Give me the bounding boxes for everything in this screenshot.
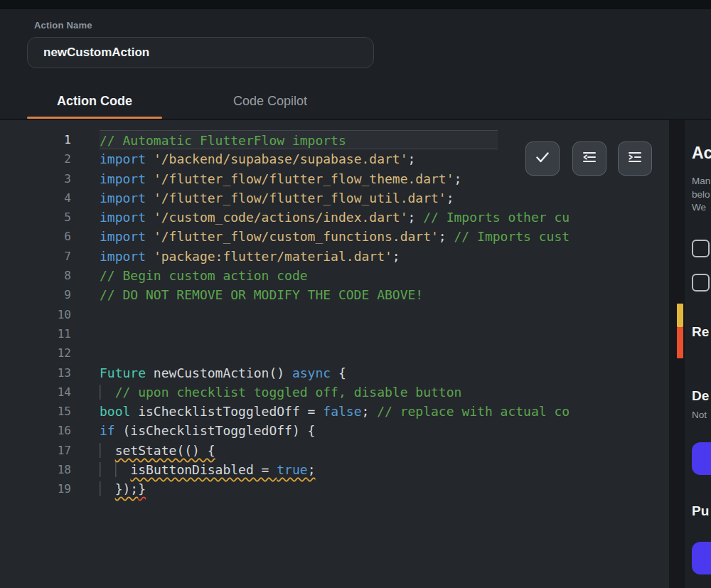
code-line-10[interactable]: 10 xyxy=(0,305,669,324)
section-heading-return-value: Re xyxy=(692,324,711,340)
code-token xyxy=(146,191,154,205)
panel-checkbox-1[interactable] xyxy=(692,240,710,257)
code-area: 1// Automatic FlutterFlow imports2import… xyxy=(0,130,669,499)
code-token: { xyxy=(331,365,346,380)
code-line-text: import '/flutter_flow/flutter_flow_util.… xyxy=(100,188,454,208)
code-token: '/flutter_flow/flutter_flow_util.dart' xyxy=(154,191,447,205)
code-line-1[interactable]: 1// Automatic FlutterFlow imports xyxy=(0,130,669,149)
code-line-text: // Begin custom action code xyxy=(100,266,308,285)
line-number: 7 xyxy=(0,247,71,266)
action-name-value: newCustomAction xyxy=(43,46,149,60)
code-line-text: import 'package:flutter/material.dart'; xyxy=(100,247,400,266)
publish-button[interactable] xyxy=(692,542,711,574)
code-token: ; xyxy=(454,171,462,186)
code-line-3[interactable]: 3import '/flutter_flow/flutter_flow_them… xyxy=(0,169,669,188)
code-line-text: import '/flutter_flow/custom_functions.d… xyxy=(100,227,570,246)
code-token xyxy=(123,462,131,477)
code-token: import xyxy=(100,210,146,225)
code-token: ; xyxy=(439,229,454,244)
code-token: ; xyxy=(408,210,424,225)
format-left-icon xyxy=(581,149,598,169)
line-number: 3 xyxy=(0,169,71,188)
line-number: 8 xyxy=(0,266,71,285)
code-line-5[interactable]: 5import '/custom_code/actions/index.dart… xyxy=(0,208,669,227)
code-token: bool xyxy=(100,404,130,419)
code-line-text: if (isChecklistToggledOff) { xyxy=(100,421,315,440)
panel-checkbox-2[interactable] xyxy=(692,274,710,292)
add-argument-button[interactable] xyxy=(692,442,711,475)
code-line-2[interactable]: 2import '/backend/supabase/supabase.dart… xyxy=(0,149,669,169)
indent-guide xyxy=(100,443,107,458)
code-line-4[interactable]: 4import '/flutter_flow/flutter_flow_util… xyxy=(0,188,669,208)
code-line-text: });} xyxy=(100,479,146,498)
validate-code-button[interactable] xyxy=(525,141,560,176)
code-token xyxy=(107,462,115,477)
code-token: async xyxy=(292,365,331,380)
action-name-input[interactable]: newCustomAction xyxy=(27,37,374,68)
indent-guide xyxy=(100,385,107,400)
code-line-text: import '/custom_code/actions/index.dart'… xyxy=(100,208,570,227)
code-token: newCustomAction() xyxy=(146,365,292,380)
window-top-strip xyxy=(0,0,711,9)
line-number: 4 xyxy=(0,188,71,208)
tab-code-copilot[interactable]: Code Copilot xyxy=(203,84,338,118)
tab-action-code[interactable]: Action Code xyxy=(27,84,162,118)
code-line-text: setState(() { xyxy=(100,441,215,460)
define-arguments-note: Not xyxy=(692,410,711,420)
right-panel: Ac Man belo We Re De Not Pu xyxy=(685,120,711,588)
code-token: } xyxy=(138,481,146,496)
panel-description-line: belo xyxy=(692,188,711,202)
code-line-17[interactable]: 17 setState(() { xyxy=(0,441,669,460)
code-line-11[interactable]: 11 xyxy=(0,324,669,343)
code-token xyxy=(146,249,154,264)
code-token: // replace with actual co xyxy=(377,404,570,419)
code-line-text: // upon checklist toggled off, disable b… xyxy=(100,383,461,402)
line-number: 5 xyxy=(0,208,71,227)
code-editor[interactable]: 1// Automatic FlutterFlow imports2import… xyxy=(0,120,669,588)
indent-guide xyxy=(100,462,107,477)
code-token: // Begin custom action code xyxy=(100,268,308,283)
code-line-9[interactable]: 9// DO NOT REMOVE OR MODIFY THE CODE ABO… xyxy=(0,285,669,304)
code-line-18[interactable]: 18 isButtonDisabled = true; xyxy=(0,460,669,479)
code-line-text: // DO NOT REMOVE OR MODIFY THE CODE ABOV… xyxy=(100,285,423,304)
code-token: // Imports other cu xyxy=(423,210,570,225)
scrollbar-warning-marker xyxy=(677,304,683,327)
indent-guide xyxy=(100,481,107,496)
indent-code-button[interactable] xyxy=(618,141,652,176)
line-number: 16 xyxy=(0,421,71,440)
line-number: 18 xyxy=(0,460,71,479)
code-token: import xyxy=(100,171,146,186)
code-line-19[interactable]: 19 });} xyxy=(0,479,669,498)
indent-guide xyxy=(115,462,123,477)
line-number: 19 xyxy=(0,479,71,498)
code-token: ; xyxy=(308,462,316,477)
code-token: '/flutter_flow/flutter_flow_theme.dart' xyxy=(154,171,454,186)
code-line-6[interactable]: 6import '/flutter_flow/custom_functions.… xyxy=(0,227,669,246)
code-line-16[interactable]: 16if (isChecklistToggledOff) { xyxy=(0,421,669,440)
action-name-label: Action Name xyxy=(34,20,92,31)
line-number: 1 xyxy=(0,130,71,149)
code-line-13[interactable]: 13Future newCustomAction() async { xyxy=(0,363,669,383)
code-token xyxy=(146,210,154,225)
code-token: // DO NOT REMOVE OR MODIFY THE CODE ABOV… xyxy=(100,287,423,302)
flutterflow-custom-action-editor: Action Name newCustomAction Action Code … xyxy=(0,0,711,588)
code-token xyxy=(107,481,115,496)
code-line-text: import '/backend/supabase/supabase.dart'… xyxy=(100,149,415,169)
tab-code-copilot-label: Code Copilot xyxy=(233,94,307,109)
section-heading-define-arguments: De xyxy=(692,388,711,404)
line-number: 2 xyxy=(0,149,71,169)
code-line-8[interactable]: 8// Begin custom action code xyxy=(0,266,669,285)
code-token: // Imports cust xyxy=(454,229,570,244)
code-token: setState(() { xyxy=(115,443,215,458)
code-token: }); xyxy=(115,481,139,496)
code-line-7[interactable]: 7import 'package:flutter/material.dart'; xyxy=(0,247,669,266)
code-line-12[interactable]: 12 xyxy=(0,343,669,363)
code-line-text: Future newCustomAction() async { xyxy=(100,363,346,383)
code-line-14[interactable]: 14 // upon checklist toggled off, disabl… xyxy=(0,383,669,402)
code-line-15[interactable]: 15bool isChecklistToggledOff = false; //… xyxy=(0,402,669,421)
code-token: '/custom_code/actions/index.dart' xyxy=(154,210,408,225)
code-token xyxy=(146,171,154,186)
line-number: 11 xyxy=(0,324,71,343)
format-code-button[interactable] xyxy=(572,141,606,176)
line-number: 12 xyxy=(0,343,71,363)
